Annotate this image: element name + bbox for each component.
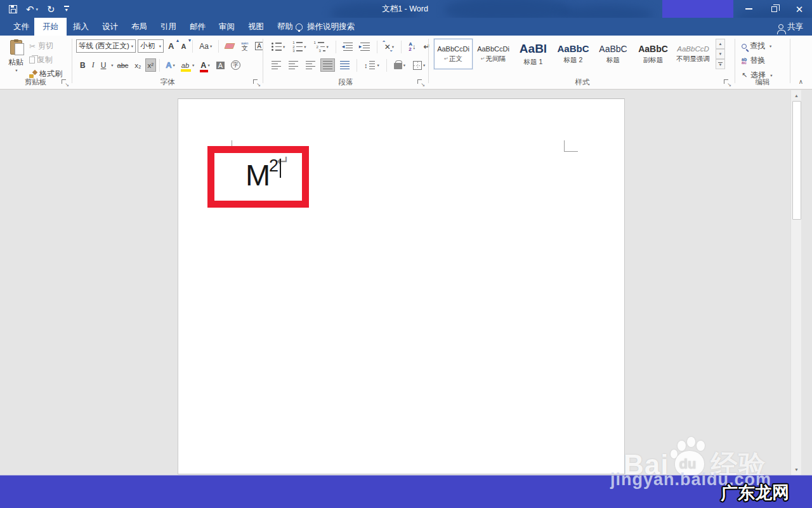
align-left-button[interactable] xyxy=(269,58,284,72)
styles-scroll-down-button[interactable]: ▼ xyxy=(716,49,725,59)
minimize-button[interactable] xyxy=(736,0,761,18)
group-separator xyxy=(263,39,263,83)
tab-file[interactable]: 文件 xyxy=(5,18,37,36)
close-button[interactable]: ✕ xyxy=(787,0,812,18)
paste-dropdown-icon[interactable]: ▾ xyxy=(15,68,17,73)
justify-button[interactable] xyxy=(320,58,335,72)
change-case-button[interactable]: Aa▾ xyxy=(197,39,214,53)
paragraph-dialog-launcher-icon[interactable] xyxy=(417,79,424,86)
qat-customize-button[interactable]: ▼ xyxy=(64,6,69,12)
highlight-dropdown-icon[interactable]: ▾ xyxy=(192,63,194,68)
font-name-dropdown-icon[interactable]: ▾ xyxy=(131,44,133,49)
vertical-scrollbar[interactable]: ▲ ▼ xyxy=(790,90,801,475)
grow-font-button[interactable]: A▲ xyxy=(166,39,176,53)
character-shading-button[interactable]: A xyxy=(214,58,227,72)
style-heading-2[interactable]: AaBbC 标题 2 xyxy=(554,39,593,69)
paste-button[interactable]: 粘贴 ▾ xyxy=(4,39,28,81)
shading-dropdown-icon[interactable]: ▾ xyxy=(403,63,405,68)
tab-references[interactable]: 引用 xyxy=(152,18,185,36)
style-heading-1[interactable]: AaBl 标题 1 xyxy=(514,39,553,69)
styles-dialog-launcher-icon[interactable] xyxy=(724,79,731,86)
multilevel-dropdown-icon[interactable]: ▾ xyxy=(327,44,329,50)
align-right-button[interactable] xyxy=(303,58,318,72)
subscript-button[interactable]: x₂ xyxy=(132,58,143,72)
align-center-button[interactable] xyxy=(286,58,301,72)
tab-home[interactable]: 开始 xyxy=(34,18,67,36)
share-label: 共享 xyxy=(787,22,803,32)
borders-button[interactable]: ▾ xyxy=(410,58,428,72)
bold-button[interactable]: B xyxy=(77,58,88,72)
bullets-dropdown-icon[interactable]: ▾ xyxy=(283,44,285,50)
scrollbar-thumb[interactable] xyxy=(792,101,801,220)
tell-me-search[interactable]: 操作说明搜索 xyxy=(296,18,355,36)
style-subtitle[interactable]: AaBbC 副标题 xyxy=(634,39,672,69)
cut-button[interactable]: ✂剪切 xyxy=(29,41,53,51)
shrink-font-button[interactable]: A▼ xyxy=(178,39,188,53)
tab-insert[interactable]: 插入 xyxy=(65,18,97,36)
tab-view[interactable]: 视图 xyxy=(240,18,272,36)
style-subtle-emphasis[interactable]: AaBbCcD 不明显强调 xyxy=(674,39,712,69)
shading-button[interactable]: ▾ xyxy=(391,58,408,72)
find-button[interactable]: 查找 ▾ xyxy=(742,41,771,51)
style-preview: AaBbCcDi xyxy=(477,45,509,53)
sort-button[interactable]: A2 ↓ xyxy=(406,40,418,53)
underline-dropdown-icon[interactable]: ▾ xyxy=(111,63,113,68)
style-normal[interactable]: AaBbCcDi ↵正文 xyxy=(434,39,473,69)
decrease-indent-button[interactable] xyxy=(341,40,355,53)
increase-indent-button[interactable] xyxy=(358,40,372,53)
line-spacing-button[interactable]: ↕▾ xyxy=(362,58,382,72)
font-dialog-launcher-icon[interactable] xyxy=(253,79,260,86)
tab-layout[interactable]: 布局 xyxy=(123,18,155,36)
tab-review[interactable]: 审阅 xyxy=(211,18,243,36)
restore-button[interactable] xyxy=(761,0,787,18)
document-page[interactable]: M 2 ↵ xyxy=(178,98,625,474)
multilevel-list-button[interactable]: 123 ▾ xyxy=(311,40,331,53)
scroll-down-button[interactable]: ▼ xyxy=(792,464,801,474)
font-size-dropdown-icon[interactable]: ▾ xyxy=(159,44,161,49)
share-button[interactable]: 共享 xyxy=(778,18,803,36)
underline-button[interactable]: U xyxy=(98,58,109,72)
copy-button[interactable]: 复制 xyxy=(29,55,53,65)
distributed-button[interactable] xyxy=(337,58,352,72)
styles-gallery-more-button[interactable]: ▼ xyxy=(716,59,725,69)
undo-dropdown-icon[interactable]: ▾ xyxy=(36,7,39,11)
font-size-combobox[interactable]: 小初▾ xyxy=(138,39,164,53)
enclose-characters-button[interactable]: 字 xyxy=(228,58,243,72)
style-no-spacing[interactable]: AaBbCcDi ↵无间隔 xyxy=(474,39,513,69)
tab-design[interactable]: 设计 xyxy=(94,18,126,36)
numbering-button[interactable]: 123 ▾ xyxy=(290,40,308,53)
replace-icon: abac xyxy=(742,58,747,64)
collapse-ribbon-button[interactable]: ∧ xyxy=(799,78,803,85)
redo-button[interactable]: ↻ xyxy=(47,4,55,14)
style-title[interactable]: AaBbC 标题 xyxy=(594,39,632,69)
style-preview: AaBbC xyxy=(599,44,627,54)
highlight-color-button[interactable]: ab▾ xyxy=(179,58,197,72)
phonetic-guide-button[interactable]: wén文 xyxy=(239,39,251,53)
font-name-combobox[interactable]: 等线 (西文正文)▾ xyxy=(76,39,136,53)
save-button[interactable] xyxy=(9,5,17,13)
editing-group: 查找 ▾ abac 替换 ↖ 选择 ▾ 编辑 xyxy=(737,36,789,89)
tab-mailings[interactable]: 邮件 xyxy=(181,18,214,36)
text-effects-button[interactable]: A▾ xyxy=(163,58,178,72)
replace-button[interactable]: abac 替换 xyxy=(742,55,765,66)
clipboard-group-label: 剪贴板 xyxy=(0,77,71,87)
font-color-button[interactable]: A▾ xyxy=(198,58,212,72)
asian-layout-button[interactable]: ✕▾ xyxy=(382,40,396,53)
close-icon: ✕ xyxy=(796,4,804,14)
style-preview: AaBl xyxy=(520,42,547,56)
clear-formatting-button[interactable] xyxy=(223,39,237,53)
bullets-button[interactable]: ▾ xyxy=(269,40,287,53)
superscript-button[interactable]: x² xyxy=(145,58,157,72)
scroll-up-button[interactable]: ▲ xyxy=(792,90,801,100)
numbering-dropdown-icon[interactable]: ▾ xyxy=(304,44,306,50)
styles-scroll-up-button[interactable]: ▲ xyxy=(716,39,725,49)
undo-button[interactable]: ↶▾ xyxy=(26,4,38,14)
find-dropdown-icon[interactable]: ▾ xyxy=(769,44,771,49)
strikethrough-button[interactable]: abc xyxy=(115,58,131,72)
clipboard-dialog-launcher-icon[interactable] xyxy=(62,79,69,86)
italic-button[interactable]: I xyxy=(89,58,97,72)
character-border-button[interactable]: A xyxy=(252,39,266,53)
borders-dropdown-icon[interactable]: ▾ xyxy=(423,63,425,68)
font-color-dropdown-icon[interactable]: ▾ xyxy=(207,63,209,68)
font-size-value: 小初 xyxy=(140,41,155,51)
